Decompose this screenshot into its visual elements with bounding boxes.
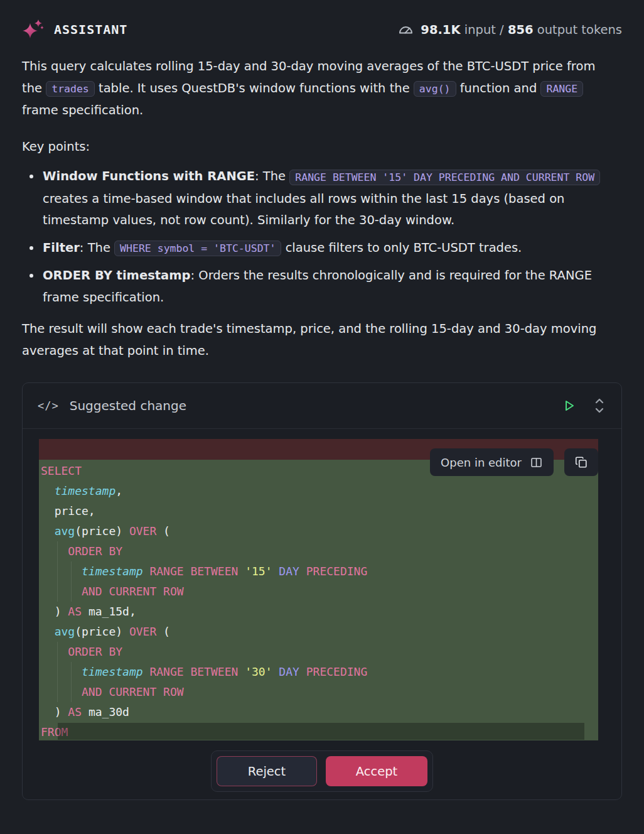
bold-text: ORDER BY timestamp bbox=[43, 268, 191, 283]
code-diff-block[interactable]: SELECT timestamp, price, avg(price) OVER… bbox=[39, 439, 598, 740]
plain-text: : The bbox=[255, 169, 289, 183]
key-points-list: Window Functions with RANGE: The RANGE B… bbox=[22, 166, 612, 308]
copy-code-button[interactable] bbox=[564, 448, 598, 476]
list-item: ORDER BY timestamp: Orders the results c… bbox=[41, 265, 612, 308]
plain-text: frame specification. bbox=[22, 103, 143, 117]
open-in-editor-label: Open in editor bbox=[441, 456, 522, 469]
accept-button[interactable]: Accept bbox=[326, 756, 427, 786]
list-item: Window Functions with RANGE: The RANGE B… bbox=[41, 166, 612, 232]
collapse-expand-control[interactable] bbox=[593, 397, 606, 414]
split-pane-icon bbox=[530, 456, 543, 469]
inline-code-chip: WHERE symbol = 'BTC-USDT' bbox=[114, 241, 281, 256]
inline-code-chip: trades bbox=[46, 81, 95, 97]
code-line: price, bbox=[39, 501, 598, 521]
plain-text: The result will show each trade's timest… bbox=[22, 322, 596, 358]
code-line: ORDER BY bbox=[39, 642, 598, 662]
list-item: Filter: The WHERE symbol = 'BTC-USDT' cl… bbox=[41, 237, 612, 260]
code-line: timestamp, bbox=[39, 481, 598, 501]
inline-code-chip: avg() bbox=[414, 81, 456, 97]
inline-code-chip: RANGE bbox=[540, 81, 583, 97]
token-usage-text: 98.1K input / 856 output tokens bbox=[421, 23, 622, 37]
code-line: avg(price) OVER ( bbox=[39, 622, 598, 642]
plain-text: creates a time-based window that include… bbox=[43, 192, 564, 228]
message-header: ASSISTANT 98.1K input / 856 output token… bbox=[22, 18, 622, 41]
code-line: AND CURRENT ROW bbox=[39, 582, 598, 602]
card-title: Suggested change bbox=[70, 398, 186, 413]
plain-text: table. It uses QuestDB's window function… bbox=[95, 81, 414, 95]
token-usage: 98.1K input / 856 output tokens bbox=[397, 21, 622, 38]
gauge-icon bbox=[397, 21, 414, 38]
code-line: ORDER BY bbox=[39, 541, 598, 561]
card-header: </> Suggested change bbox=[23, 383, 621, 429]
suggested-change-card: </> Suggested change bbox=[22, 382, 622, 800]
sql-code: SELECT timestamp, price, avg(price) OVER… bbox=[39, 461, 598, 740]
intro-paragraph: This query calculates rolling 15-day and… bbox=[22, 56, 618, 122]
plain-text: function and bbox=[456, 81, 541, 95]
run-query-button[interactable] bbox=[561, 398, 576, 413]
sparkle-icon bbox=[22, 18, 45, 41]
code-line: avg(price) OVER ( bbox=[39, 521, 598, 541]
code-line: AND CURRENT ROW bbox=[39, 682, 598, 702]
plain-text: : The bbox=[80, 241, 114, 255]
inline-code-chip: RANGE BETWEEN '15' DAY PRECEDING AND CUR… bbox=[289, 170, 600, 185]
code-line: timestamp RANGE BETWEEN '15' DAY PRECEDI… bbox=[39, 561, 598, 582]
role-label: ASSISTANT bbox=[54, 22, 127, 37]
horizontal-scrollbar[interactable] bbox=[58, 723, 584, 740]
code-brackets-icon: </> bbox=[38, 399, 59, 412]
assistant-message: ASSISTANT 98.1K input / 856 output token… bbox=[0, 0, 644, 834]
bold-text: Filter bbox=[43, 241, 80, 255]
key-points-heading: Key points: bbox=[22, 136, 618, 158]
bold-text: Window Functions with RANGE bbox=[43, 169, 255, 183]
code-line: ) AS ma_30d bbox=[39, 702, 598, 722]
reject-button[interactable]: Reject bbox=[217, 756, 317, 786]
code-line: ) AS ma_15d, bbox=[39, 602, 598, 622]
closing-paragraph: The result will show each trade's timest… bbox=[22, 318, 618, 362]
open-in-editor-button[interactable]: Open in editor bbox=[430, 448, 554, 476]
code-line: timestamp RANGE BETWEEN '30' DAY PRECEDI… bbox=[39, 662, 598, 682]
decision-row: Reject Accept bbox=[23, 750, 621, 792]
plain-text: clause filters to only BTC-USDT trades. bbox=[281, 241, 522, 255]
decision-button-group: Reject Accept bbox=[211, 750, 433, 792]
